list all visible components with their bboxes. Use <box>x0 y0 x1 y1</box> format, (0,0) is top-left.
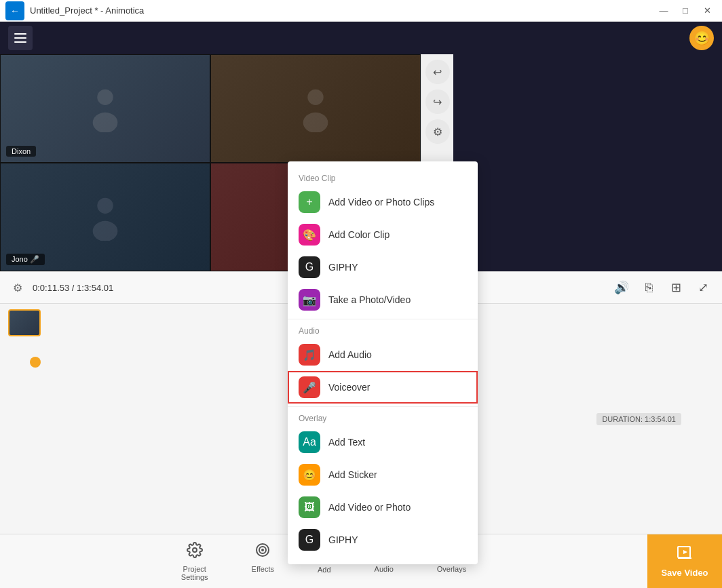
video-area: Dixon Jono 🎤 <box>0 54 722 271</box>
save-video-button[interactable]: Save Video <box>647 534 722 589</box>
volume-button[interactable]: 🔊 <box>611 277 632 298</box>
menu-item-label-giphy-video: GIPHY <box>328 262 358 273</box>
time-display: 0:0:11.53 / 1:3:54.01 <box>33 283 113 293</box>
menu-item-add-sticker[interactable]: 😊Add Sticker <box>288 458 478 491</box>
timeline-marker[interactable] <box>30 357 41 368</box>
svg-point-8 <box>193 548 197 552</box>
menu-section-label-1: Audio <box>288 322 478 338</box>
toolbar-item-effects[interactable]: Effects <box>244 536 282 587</box>
settings-side-button[interactable]: ⚙ <box>425 119 450 144</box>
back-button[interactable]: ← <box>5 1 24 20</box>
volume-icon: 🔊 <box>614 280 629 295</box>
title-bar: ← Untitled_Project * - Animotica — □ ✕ <box>0 0 722 22</box>
close-button[interactable]: ✕ <box>698 1 717 20</box>
add-label: Add <box>318 566 331 574</box>
menu-item-label-giphy-overlay: GIPHY <box>328 534 358 545</box>
context-menu: Video Clip+Add Video or Photo Clips🎨Add … <box>288 161 478 564</box>
menu-item-icon-add-color-clip: 🎨 <box>299 224 320 246</box>
project-settings-icon <box>187 542 203 562</box>
timeline-thumbnail <box>8 309 41 336</box>
menu-item-label-voiceover: Voiceover <box>328 382 370 393</box>
window-title: Untitled_Project * - Animotica <box>30 5 144 16</box>
svg-point-5 <box>93 221 118 241</box>
menu-item-icon-take-photo-video: 📷 <box>299 289 320 311</box>
person-silhouette-2 <box>211 55 420 162</box>
project-settings-label: ProjectSettings <box>181 565 208 581</box>
svg-point-1 <box>93 113 118 132</box>
duration-badge: DURATION: 1:3:54.01 <box>596 413 681 425</box>
name-tag-1: Dixon <box>6 146 36 157</box>
menu-item-giphy-overlay[interactable]: GGIPHY <box>288 524 478 556</box>
svg-marker-16 <box>683 550 687 554</box>
redo-button[interactable]: ↪ <box>425 90 450 114</box>
video-cell-1: Dixon <box>0 54 210 163</box>
controls-bar-right: 🔊 ⎘ ⊞ ⤢ <box>611 277 714 298</box>
menu-item-label-add-text: Add Text <box>328 437 365 448</box>
top-toolbar-right: 😊 <box>689 26 714 50</box>
menu-item-label-add-audio: Add Audio <box>328 349 372 360</box>
settings-side-icon: ⚙ <box>433 125 442 138</box>
emoji-icon: 😊 <box>694 30 710 46</box>
menu-item-giphy-video[interactable]: GGIPHY <box>288 251 478 283</box>
redo-icon: ↪ <box>433 96 442 109</box>
overlays-label: Overlays <box>437 565 466 573</box>
minimize-icon: — <box>660 5 668 16</box>
back-icon: ← <box>10 5 20 16</box>
undo-icon: ↩ <box>433 66 442 79</box>
menu-section-label-2: Overlay <box>288 410 478 426</box>
menu-item-add-color-clip[interactable]: 🎨Add Color Clip <box>288 218 478 251</box>
menu-item-icon-add-sticker: 😊 <box>299 464 320 486</box>
minimize-button[interactable]: — <box>654 1 673 20</box>
video-cell-3: Jono 🎤 <box>0 163 210 271</box>
menu-item-label-take-photo-video: Take a Photo/Video <box>328 294 411 305</box>
menu-item-add-video-photo[interactable]: 🖼Add Video or Photo <box>288 491 478 524</box>
menu-item-label-add-sticker: Add Sticker <box>328 469 377 480</box>
name-tag-3: Jono 🎤 <box>6 254 45 265</box>
menu-item-icon-giphy-video: G <box>299 256 320 278</box>
timeline-settings-button[interactable]: ⚙ <box>8 278 27 297</box>
close-icon: ✕ <box>704 5 711 16</box>
top-toolbar: 😊 <box>0 22 722 54</box>
menu-item-add-audio[interactable]: 🎵Add Audio <box>288 338 478 371</box>
toolbar-item-project-settings[interactable]: ProjectSettings <box>173 536 216 587</box>
menu-item-take-photo-video[interactable]: 📷Take a Photo/Video <box>288 283 478 316</box>
svg-point-2 <box>307 90 323 105</box>
menu-item-icon-add-audio: 🎵 <box>299 344 320 366</box>
grid-button[interactable]: ⊞ <box>665 277 687 298</box>
menu-item-icon-add-text: Aa <box>299 431 320 453</box>
svg-point-3 <box>303 113 328 132</box>
expand-icon: ⤢ <box>698 280 708 295</box>
video-cell-2 <box>210 54 421 163</box>
expand-button[interactable]: ⤢ <box>692 277 714 298</box>
effects-label: Effects <box>252 565 274 573</box>
menu-item-icon-add-video-photo-clips: + <box>299 191 320 213</box>
menu-item-add-video-photo-clips[interactable]: +Add Video or Photo Clips <box>288 186 478 218</box>
hamburger-line-2 <box>14 37 26 39</box>
menu-item-label-add-video-photo: Add Video or Photo <box>328 502 411 513</box>
hamburger-button[interactable] <box>8 26 33 50</box>
menu-item-add-text[interactable]: AaAdd Text <box>288 426 478 458</box>
svg-point-0 <box>97 90 113 105</box>
maximize-icon: □ <box>683 5 688 16</box>
effects-icon <box>254 542 271 562</box>
save-video-label: Save Video <box>661 568 708 578</box>
menu-item-voiceover[interactable]: 🎤Voiceover <box>288 371 478 404</box>
undo-button[interactable]: ↩ <box>425 60 450 84</box>
menu-divider-0 <box>288 319 478 319</box>
menu-item-icon-add-video-photo: 🖼 <box>299 496 320 518</box>
title-bar-left: ← Untitled_Project * - Animotica <box>5 1 144 20</box>
window-controls: — □ ✕ <box>654 1 717 20</box>
hamburger-line-1 <box>14 33 26 35</box>
svg-point-4 <box>97 198 113 214</box>
menu-section-label-0: Video Clip <box>288 170 478 186</box>
menu-item-icon-giphy-overlay: G <box>299 529 320 551</box>
grid-icon: ⊞ <box>671 280 681 295</box>
menu-item-label-add-video-photo-clips: Add Video or Photo Clips <box>328 197 434 208</box>
emoji-button[interactable]: 😊 <box>689 26 714 50</box>
maximize-button[interactable]: □ <box>676 1 695 20</box>
svg-point-11 <box>262 549 263 551</box>
copy-button[interactable]: ⎘ <box>638 277 660 298</box>
hamburger-line-3 <box>14 41 26 43</box>
audio-label: Audio <box>375 565 394 573</box>
menu-item-label-add-color-clip: Add Color Clip <box>328 229 390 240</box>
